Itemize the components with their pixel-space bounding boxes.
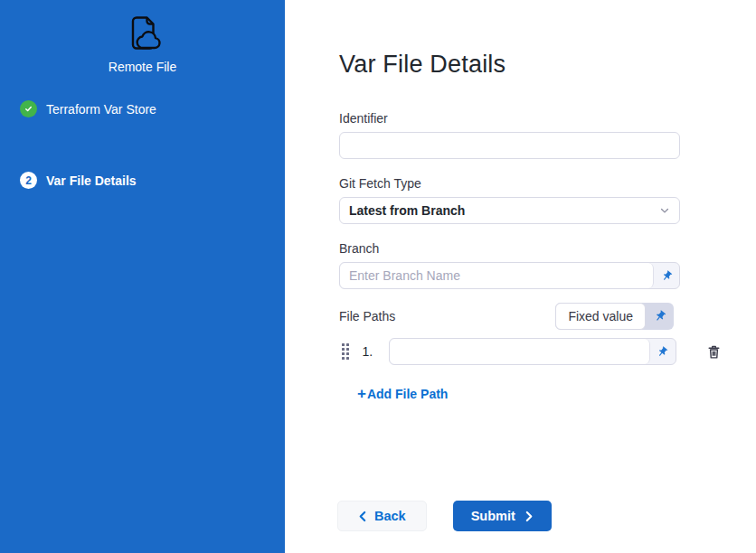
var-file-details-panel: Var File Details Identifier Git Fetch Ty… [285, 0, 756, 553]
branch-field-group: Branch [339, 241, 680, 289]
wizard-footer-actions: Back Submit [337, 501, 756, 531]
file-paths-runtime-pin-button[interactable] [646, 303, 674, 330]
branch-runtime-pin-button[interactable] [654, 263, 679, 288]
branch-input-group [339, 262, 680, 289]
file-paths-label: File Paths [339, 309, 395, 323]
file-path-row: 1. [339, 338, 756, 365]
git-fetch-type-select[interactable]: Latest from Branch [339, 197, 680, 224]
git-fetch-type-label: Git Fetch Type [339, 176, 680, 191]
file-paths-type-selector: Fixed value [555, 303, 674, 330]
sidebar-step-var-file-details[interactable]: 2 Var File Details [20, 172, 137, 189]
step-label: Var File Details [46, 173, 137, 188]
step-number-badge: 2 [20, 172, 37, 189]
file-path-input-group [389, 338, 676, 365]
identifier-field-group: Identifier [339, 111, 680, 159]
page-title: Var File Details [339, 49, 756, 80]
identifier-label: Identifier [339, 111, 680, 126]
remote-file-label: Remote File [109, 60, 176, 74]
remote-file-header: Remote File [0, 12, 285, 74]
var-file-wizard: Remote File Terraform Var Store 2 Var Fi… [0, 0, 756, 553]
add-file-path-button[interactable]: + Add File Path [357, 387, 448, 401]
chevron-down-icon [659, 205, 670, 216]
identifier-input[interactable] [339, 132, 680, 159]
submit-button[interactable]: Submit [453, 501, 552, 531]
git-fetch-type-value: Latest from Branch [349, 203, 465, 218]
step-label: Terraform Var Store [46, 102, 156, 117]
drag-handle-icon[interactable] [342, 343, 349, 360]
file-paths-header: File Paths Fixed value [339, 303, 680, 330]
pushpin-icon [654, 343, 670, 360]
file-cloud-icon [121, 12, 165, 55]
plus-icon: + [357, 388, 366, 400]
sidebar-step-terraform-var-store[interactable]: Terraform Var Store [20, 100, 156, 117]
add-file-path-label: Add File Path [367, 387, 448, 401]
chevron-right-icon [525, 511, 534, 522]
back-button[interactable]: Back [337, 501, 427, 531]
check-icon [20, 100, 37, 117]
file-path-input[interactable] [390, 339, 650, 364]
branch-input[interactable] [340, 263, 654, 288]
submit-button-label: Submit [471, 509, 515, 523]
file-path-row-index: 1. [363, 344, 376, 359]
wizard-sidebar: Remote File Terraform Var Store 2 Var Fi… [0, 0, 285, 553]
git-fetch-type-field-group: Git Fetch Type Latest from Branch [339, 176, 680, 224]
chevron-left-icon [358, 511, 366, 522]
file-path-runtime-pin-button[interactable] [650, 339, 676, 364]
pushpin-icon [658, 267, 675, 284]
back-button-label: Back [374, 509, 406, 523]
trash-icon [706, 350, 722, 363]
branch-label: Branch [339, 241, 680, 256]
fixed-value-type-button[interactable]: Fixed value [555, 303, 646, 330]
pushpin-icon [651, 307, 669, 325]
delete-file-path-button[interactable] [706, 343, 722, 361]
